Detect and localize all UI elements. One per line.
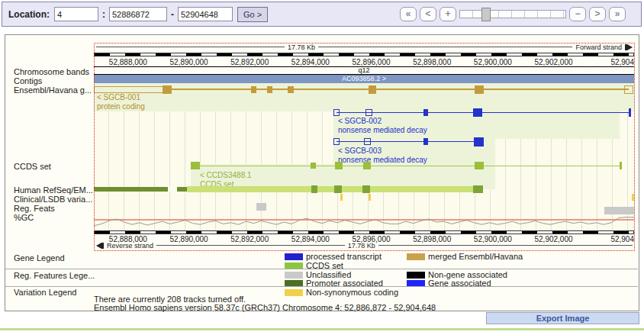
intron-line (195, 166, 620, 166)
zoom-out-button[interactable]: − (569, 7, 586, 21)
scale-length-bottom: 17.78 Kb (345, 242, 378, 250)
ruler-tick-label: 52,904 (610, 58, 634, 66)
dash-separator: - (171, 9, 174, 20)
zoom-in-button[interactable]: + (440, 7, 456, 21)
legend-item: processed transcript (285, 252, 382, 261)
utr-box[interactable] (624, 85, 633, 94)
reverse-strand-row: Reverse strand 17.78 Kb (96, 242, 633, 249)
go-button[interactable]: Go > (237, 7, 268, 22)
scroll-far-right-button[interactable]: » (609, 7, 626, 21)
track-label-chromosome-bands[interactable]: Chromosome bands (14, 67, 89, 76)
refseq-exon-box[interactable] (334, 185, 342, 193)
gene-name-label[interactable]: < SGCB-001 (97, 93, 140, 101)
transcript-end-bar (629, 108, 631, 117)
zoom-slider-handle[interactable] (481, 8, 491, 21)
utr-box[interactable] (94, 86, 164, 93)
export-image-button[interactable]: Export Image (486, 312, 639, 324)
exon-box[interactable] (311, 163, 316, 169)
exon-box[interactable] (267, 86, 272, 93)
scale-line (96, 47, 285, 47)
gene-name-label[interactable]: < SGCB-003 (338, 147, 382, 155)
ruler-tick-label: 52,898,000 (413, 58, 451, 66)
exon-box[interactable] (363, 162, 371, 169)
contig-track[interactable]: AC093858.2 > (94, 75, 634, 83)
chromosome-input[interactable] (54, 7, 98, 21)
track-label-percent-gc[interactable]: %GC (14, 213, 34, 222)
legend-swatch (285, 253, 303, 260)
variation-tick[interactable] (632, 194, 634, 201)
gene-name-label[interactable]: < CCDS3488.1 (200, 171, 252, 179)
exon-box[interactable] (163, 85, 172, 94)
variation-tick[interactable] (340, 194, 343, 201)
gene-name-label[interactable]: < SGCB-002 (338, 117, 382, 125)
exon-box[interactable] (251, 86, 256, 93)
legend-swatch (407, 253, 425, 260)
scale-line (156, 245, 345, 246)
intron-line (336, 141, 483, 142)
track-label-ensembl-havana[interactable]: Ensembl/Havana g... (14, 85, 92, 95)
utr-box[interactable] (364, 138, 371, 145)
exon-box[interactable] (191, 162, 200, 169)
transcript-end-bar (620, 162, 622, 169)
exon-box[interactable] (369, 85, 376, 94)
location-label: Location: (8, 9, 50, 20)
exon-box[interactable] (423, 109, 428, 116)
track-label-contigs[interactable]: Contigs (14, 76, 42, 85)
track-label-refseq[interactable]: Human RefSeq/EM... (14, 185, 93, 195)
end-position-input[interactable] (178, 7, 233, 21)
gene-biotype-label: nonsense mediated decay (338, 126, 427, 134)
variation-tick[interactable] (369, 194, 371, 201)
legend-label-variation: Variation Legend (14, 288, 76, 297)
exon-box[interactable] (288, 86, 294, 93)
scale-line (378, 245, 633, 246)
gene-biotype-label: protein coding (97, 102, 145, 111)
ruler-tick-label: 52,902,000 (534, 58, 572, 66)
start-position-input[interactable] (109, 7, 167, 21)
version-info: Ensembl Homo sapiens version 58.37c (GRC… (94, 303, 436, 312)
track-label-ccds-set[interactable]: CCDS set (14, 162, 51, 171)
utr-box[interactable] (365, 109, 372, 116)
bottom-divider (0, 328, 644, 330)
refseq-exon-box[interactable] (311, 185, 317, 193)
scroll-far-left-button[interactable]: « (400, 7, 417, 21)
track-label-clinical-lsdb[interactable]: Clinical/LSDB varia... (14, 195, 92, 204)
scroll-right-button[interactable]: > (589, 7, 606, 21)
scale-line (318, 47, 572, 47)
exon-box[interactable] (423, 138, 428, 145)
utr-box[interactable] (333, 138, 340, 145)
legend-item: merged Ensembl/Havana (407, 252, 523, 261)
refseq-exon-box[interactable] (473, 185, 483, 193)
legend-label-gene: Gene Legend (14, 253, 65, 263)
legend-item: Non-synonymous coding (285, 288, 398, 297)
ruler-tick-label: 52,890,000 (170, 58, 208, 66)
gene-biotype-label: nonsense mediated decay (338, 156, 427, 164)
exon-box[interactable] (335, 162, 343, 169)
legend-label-reg-features: Reg. Features Lege... (14, 271, 95, 280)
ruler-bar-top (94, 53, 634, 56)
ensembl-region-view: Location: : - Go > « < + − > » 17.78 Kb … (0, 0, 644, 335)
exon-box[interactable] (473, 108, 482, 117)
forward-strand-arrow-icon (627, 44, 633, 50)
chromosome-band-track[interactable]: q12 (94, 66, 634, 75)
gene-background-tint (94, 83, 634, 111)
exon-box[interactable] (475, 162, 484, 169)
legend-text: processed transcript (306, 252, 382, 261)
refseq-gap (168, 187, 177, 192)
gc-waveform (94, 217, 634, 226)
forward-strand-label: Forward strand (572, 43, 625, 51)
reverse-strand-arrow-icon (96, 243, 101, 249)
track-label-reg-feats[interactable]: Reg. Feats (14, 204, 55, 213)
zoom-slider-track[interactable] (459, 10, 566, 18)
scale-length-top: 17.78 Kb (285, 43, 318, 51)
colon-separator: : (102, 9, 105, 20)
legend-swatch (285, 272, 303, 279)
refseq-exon-box[interactable] (362, 185, 370, 193)
regulatory-feature-box[interactable] (256, 203, 266, 211)
scroll-left-button[interactable]: < (420, 7, 436, 21)
navigation-controls: « < + − > » (400, 7, 635, 21)
ruler-bar-bottom (94, 230, 634, 234)
utr-box[interactable] (333, 109, 340, 116)
exon-box[interactable] (474, 137, 484, 147)
intron-line (336, 112, 630, 113)
exon-box[interactable] (475, 85, 484, 94)
